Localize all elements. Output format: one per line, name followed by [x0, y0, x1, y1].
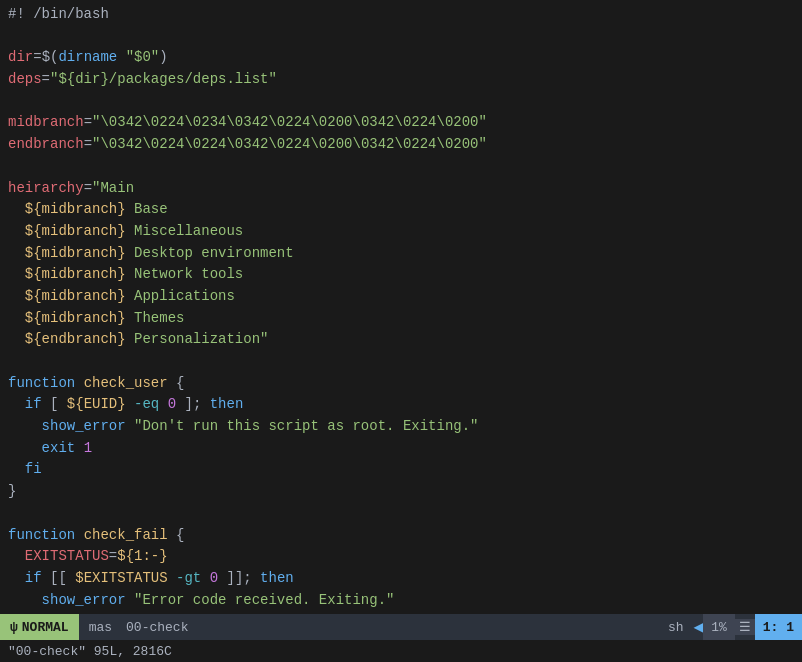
line-4: deps="${dir}/packages/deps.list": [8, 69, 794, 91]
status-bar: ψ NORMAL mas 00-check sh ◀ 1% ☰ 1: 1: [0, 614, 802, 640]
line-5: [8, 91, 794, 113]
line-24: [8, 503, 794, 525]
line-16: ${endbranch} Personalization": [8, 329, 794, 351]
line-7: endbranch="\0342\0224\0224\0342\0224\020…: [8, 134, 794, 156]
info-bar: "00-check" 95L, 2816C: [0, 640, 802, 662]
status-branch: mas: [79, 620, 122, 635]
line-13: ${midbranch} Network tools: [8, 264, 794, 286]
info-text: "00-check" 95L, 2816C: [8, 644, 172, 659]
line-3: dir=$(dirname "$0"): [8, 47, 794, 69]
editor-area: #! /bin/bash dir=$(dirname "$0") deps="$…: [0, 0, 802, 614]
line-25: function check_fail {: [8, 525, 794, 547]
status-filename: 00-check: [122, 620, 192, 635]
line-1: #! /bin/bash: [8, 4, 794, 26]
line-15: ${midbranch} Themes: [8, 308, 794, 330]
mode-label: NORMAL: [22, 620, 69, 635]
line-18: function check_user {: [8, 373, 794, 395]
status-arrow: ◀: [694, 617, 704, 637]
line-14: ${midbranch} Applications: [8, 286, 794, 308]
line-10: ${midbranch} Base: [8, 199, 794, 221]
status-filetype: sh: [658, 620, 694, 635]
status-menu-icon: ☰: [735, 619, 755, 635]
status-percent: 1%: [703, 614, 735, 640]
line-23: }: [8, 481, 794, 503]
line-8: [8, 156, 794, 178]
line-17: [8, 351, 794, 373]
line-11: ${midbranch} Miscellaneous: [8, 221, 794, 243]
status-right: sh ◀ 1% ☰ 1: 1: [658, 614, 802, 640]
line-22: fi: [8, 459, 794, 481]
line-21: exit 1: [8, 438, 794, 460]
line-20: show_error "Don't run this script as roo…: [8, 416, 794, 438]
line-12: ${midbranch} Desktop environment: [8, 243, 794, 265]
mode-icon: ψ: [10, 620, 18, 635]
status-mode: ψ NORMAL: [0, 614, 79, 640]
line-19: if [ ${EUID} -eq 0 ]; then: [8, 394, 794, 416]
line-9: heirarchy="Main: [8, 178, 794, 200]
status-lines-col: 1: 1: [755, 614, 802, 640]
line-2: [8, 26, 794, 48]
line-6: midbranch="\0342\0224\0234\0342\0224\020…: [8, 112, 794, 134]
line-28: show_error "Error code received. Exiting…: [8, 590, 794, 612]
line-26: EXITSTATUS=${1:-}: [8, 546, 794, 568]
line-27: if [[ $EXITSTATUS -gt 0 ]]; then: [8, 568, 794, 590]
